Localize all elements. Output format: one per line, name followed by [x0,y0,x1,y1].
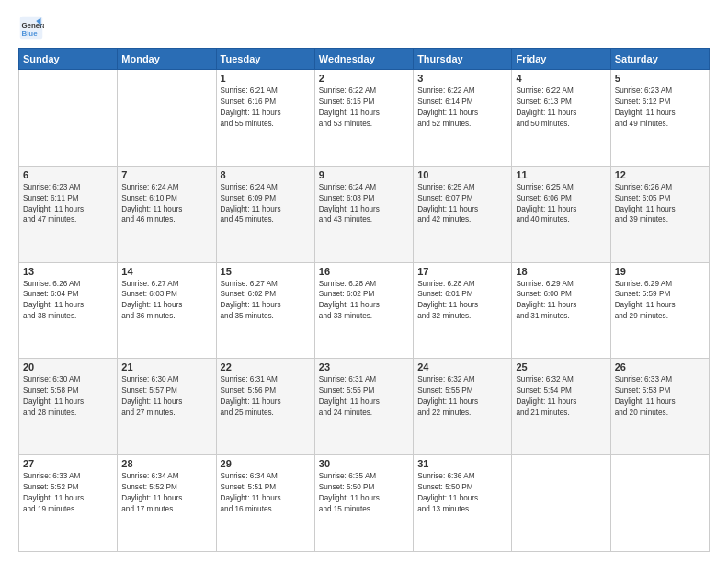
calendar-cell: 18Sunrise: 6:29 AM Sunset: 6:00 PM Dayli… [512,262,610,359]
page: General Blue SundayMondayTuesdayWednesda… [0,0,728,563]
day-number: 18 [516,266,606,277]
day-number: 11 [516,169,606,180]
week-row-4: 20Sunrise: 6:30 AM Sunset: 5:58 PM Dayli… [19,359,710,455]
calendar-cell: 11Sunrise: 6:25 AM Sunset: 6:06 PM Dayli… [512,166,610,262]
weekday-header-friday: Friday [512,49,610,70]
day-number: 17 [417,266,507,277]
day-number: 16 [319,266,409,277]
day-info: Sunrise: 6:24 AM Sunset: 6:10 PM Dayligh… [121,182,211,226]
calendar-cell: 7Sunrise: 6:24 AM Sunset: 6:10 PM Daylig… [118,166,216,262]
calendar-cell: 2Sunrise: 6:22 AM Sunset: 6:15 PM Daylig… [314,70,413,167]
calendar-cell: 16Sunrise: 6:28 AM Sunset: 6:02 PM Dayli… [314,262,413,359]
calendar-cell: 31Sunrise: 6:36 AM Sunset: 5:50 PM Dayli… [414,455,512,552]
calendar-cell: 1Sunrise: 6:21 AM Sunset: 6:16 PM Daylig… [216,70,314,167]
day-number: 9 [319,169,409,180]
day-number: 20 [23,362,113,373]
calendar-cell: 25Sunrise: 6:32 AM Sunset: 5:54 PM Dayli… [512,359,610,455]
calendar-cell [512,455,610,552]
day-number: 28 [121,458,211,469]
day-number: 26 [615,362,705,373]
calendar-cell: 17Sunrise: 6:28 AM Sunset: 6:01 PM Dayli… [414,262,512,359]
day-info: Sunrise: 6:26 AM Sunset: 6:05 PM Dayligh… [615,182,705,226]
day-info: Sunrise: 6:25 AM Sunset: 6:07 PM Dayligh… [417,182,507,226]
calendar-cell: 4Sunrise: 6:22 AM Sunset: 6:13 PM Daylig… [512,70,610,167]
day-number: 7 [121,169,211,180]
svg-text:Blue: Blue [22,29,39,38]
calendar-cell: 13Sunrise: 6:26 AM Sunset: 6:04 PM Dayli… [19,262,118,359]
calendar-cell: 12Sunrise: 6:26 AM Sunset: 6:05 PM Dayli… [610,166,709,262]
weekday-header-sunday: Sunday [19,49,118,70]
day-info: Sunrise: 6:22 AM Sunset: 6:14 PM Dayligh… [417,86,507,130]
calendar-cell: 19Sunrise: 6:29 AM Sunset: 5:59 PM Dayli… [610,262,709,359]
day-number: 31 [417,458,507,469]
calendar-cell: 3Sunrise: 6:22 AM Sunset: 6:14 PM Daylig… [414,70,512,167]
day-number: 3 [417,73,507,84]
calendar-cell: 9Sunrise: 6:24 AM Sunset: 6:08 PM Daylig… [314,166,413,262]
calendar-cell [610,455,709,552]
calendar-cell: 8Sunrise: 6:24 AM Sunset: 6:09 PM Daylig… [216,166,314,262]
weekday-header-monday: Monday [118,49,216,70]
day-info: Sunrise: 6:31 AM Sunset: 5:55 PM Dayligh… [319,374,409,419]
day-info: Sunrise: 6:25 AM Sunset: 6:06 PM Dayligh… [516,182,606,226]
day-number: 27 [23,458,113,469]
calendar-cell: 14Sunrise: 6:27 AM Sunset: 6:03 PM Dayli… [118,262,216,359]
day-info: Sunrise: 6:24 AM Sunset: 6:09 PM Dayligh… [221,182,311,226]
calendar-cell: 5Sunrise: 6:23 AM Sunset: 6:12 PM Daylig… [610,70,709,167]
day-number: 24 [417,362,507,373]
logo: General Blue [18,15,48,40]
day-info: Sunrise: 6:27 AM Sunset: 6:02 PM Dayligh… [221,279,311,323]
logo-icon: General Blue [18,15,44,40]
day-number: 2 [319,73,409,84]
day-info: Sunrise: 6:32 AM Sunset: 5:54 PM Dayligh… [516,374,606,419]
day-info: Sunrise: 6:30 AM Sunset: 5:58 PM Dayligh… [23,374,113,419]
day-info: Sunrise: 6:28 AM Sunset: 6:01 PM Dayligh… [417,279,507,323]
day-number: 29 [221,458,311,469]
day-info: Sunrise: 6:23 AM Sunset: 6:12 PM Dayligh… [615,86,705,130]
day-info: Sunrise: 6:26 AM Sunset: 6:04 PM Dayligh… [23,279,113,323]
day-info: Sunrise: 6:35 AM Sunset: 5:50 PM Dayligh… [319,471,409,515]
day-info: Sunrise: 6:22 AM Sunset: 6:15 PM Dayligh… [319,86,409,130]
calendar-cell: 24Sunrise: 6:32 AM Sunset: 5:55 PM Dayli… [414,359,512,455]
day-number: 1 [221,73,311,84]
day-info: Sunrise: 6:36 AM Sunset: 5:50 PM Dayligh… [417,471,507,515]
calendar-cell [118,70,216,167]
day-number: 23 [319,362,409,373]
day-number: 22 [221,362,311,373]
calendar-cell: 26Sunrise: 6:33 AM Sunset: 5:53 PM Dayli… [610,359,709,455]
week-row-5: 27Sunrise: 6:33 AM Sunset: 5:52 PM Dayli… [19,455,710,552]
day-number: 8 [221,169,311,180]
calendar-cell [19,70,118,167]
day-number: 13 [23,266,113,277]
calendar-cell: 23Sunrise: 6:31 AM Sunset: 5:55 PM Dayli… [314,359,413,455]
day-info: Sunrise: 6:24 AM Sunset: 6:08 PM Dayligh… [319,182,409,226]
calendar-cell: 21Sunrise: 6:30 AM Sunset: 5:57 PM Dayli… [118,359,216,455]
day-info: Sunrise: 6:22 AM Sunset: 6:13 PM Dayligh… [516,86,606,130]
calendar-cell: 6Sunrise: 6:23 AM Sunset: 6:11 PM Daylig… [19,166,118,262]
week-row-3: 13Sunrise: 6:26 AM Sunset: 6:04 PM Dayli… [19,262,710,359]
weekday-header-wednesday: Wednesday [314,49,413,70]
weekday-header-saturday: Saturday [610,49,709,70]
day-number: 6 [23,169,113,180]
day-info: Sunrise: 6:27 AM Sunset: 6:03 PM Dayligh… [121,279,211,323]
day-number: 10 [417,169,507,180]
day-number: 14 [121,266,211,277]
calendar-cell: 27Sunrise: 6:33 AM Sunset: 5:52 PM Dayli… [19,455,118,552]
calendar-cell: 22Sunrise: 6:31 AM Sunset: 5:56 PM Dayli… [216,359,314,455]
day-number: 30 [319,458,409,469]
calendar-cell: 10Sunrise: 6:25 AM Sunset: 6:07 PM Dayli… [414,166,512,262]
day-info: Sunrise: 6:33 AM Sunset: 5:52 PM Dayligh… [23,471,113,515]
day-number: 25 [516,362,606,373]
calendar-cell: 30Sunrise: 6:35 AM Sunset: 5:50 PM Dayli… [314,455,413,552]
day-info: Sunrise: 6:32 AM Sunset: 5:55 PM Dayligh… [417,374,507,419]
calendar-cell: 15Sunrise: 6:27 AM Sunset: 6:02 PM Dayli… [216,262,314,359]
day-number: 19 [615,266,705,277]
calendar-cell: 29Sunrise: 6:34 AM Sunset: 5:51 PM Dayli… [216,455,314,552]
day-info: Sunrise: 6:21 AM Sunset: 6:16 PM Dayligh… [221,86,311,130]
calendar-cell: 20Sunrise: 6:30 AM Sunset: 5:58 PM Dayli… [19,359,118,455]
weekday-header-row: SundayMondayTuesdayWednesdayThursdayFrid… [19,49,710,70]
day-info: Sunrise: 6:29 AM Sunset: 5:59 PM Dayligh… [615,279,705,323]
day-info: Sunrise: 6:31 AM Sunset: 5:56 PM Dayligh… [221,374,311,419]
day-number: 4 [516,73,606,84]
day-number: 21 [121,362,211,373]
weekday-header-thursday: Thursday [414,49,512,70]
